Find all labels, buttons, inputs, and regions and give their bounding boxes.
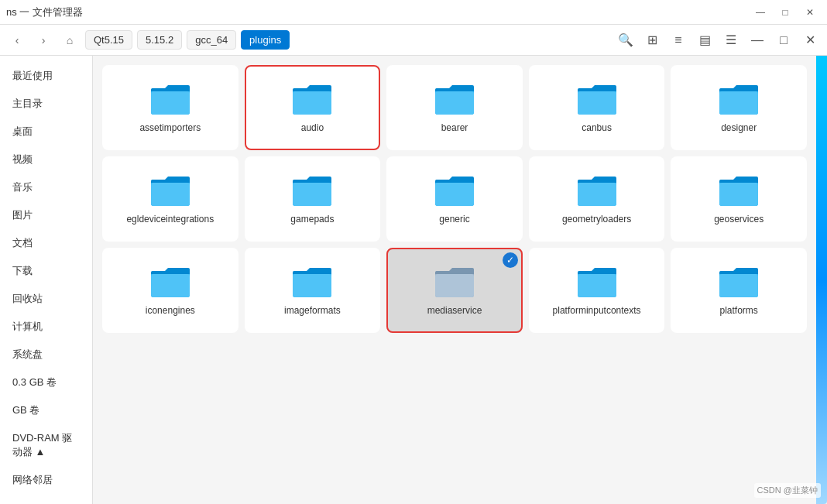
svg-rect-3	[293, 91, 331, 115]
scrollbar[interactable]	[816, 56, 827, 504]
folder-label: imageformats	[284, 305, 341, 317]
minimize-button[interactable]: —	[750, 4, 771, 21]
svg-rect-1	[151, 91, 190, 115]
folder-item-bearer[interactable]: bearer	[386, 65, 523, 150]
sidebar-item-network[interactable]: 网络邻居	[3, 467, 89, 493]
folder-label: bearer	[441, 122, 468, 135]
folder-item-platforminputcontexts[interactable]: platforminputcontexts	[529, 248, 665, 333]
folder-grid: assetimportersaudiobearercanbusdesignere…	[102, 65, 807, 333]
folder-item-designer[interactable]: designer	[671, 65, 807, 150]
content-area: assetimportersaudiobearercanbusdesignere…	[93, 56, 816, 504]
folder-icon	[149, 263, 191, 299]
folder-item-assetimporters[interactable]: assetimporters	[102, 65, 238, 150]
list-view-icon[interactable]: ≡	[667, 29, 689, 51]
svg-rect-27	[578, 274, 616, 297]
sidebar-item-music[interactable]: 音乐	[3, 174, 89, 201]
breadcrumb-qt515[interactable]: Qt5.15	[85, 30, 132, 50]
home-button[interactable]: ⌂	[59, 29, 81, 51]
sidebar-item-dvd[interactable]: DVD-RAM 驱动器 ▲	[3, 425, 89, 465]
folder-icon	[434, 81, 475, 116]
toolbar: ‹ › ⌂ Qt5.15 5.15.2 gcc_64 plugins 🔍 ⊞ ≡…	[0, 25, 827, 56]
folder-label: canbus	[582, 122, 612, 135]
svg-rect-13	[293, 183, 331, 206]
folder-icon	[434, 263, 475, 299]
folder-label: designer	[721, 122, 757, 135]
grid-view-icon[interactable]: ⊞	[641, 29, 663, 51]
forward-button[interactable]: ›	[33, 29, 54, 51]
title-bar: ns 一 文件管理器 — □ ✕	[0, 0, 827, 25]
svg-rect-17	[578, 183, 616, 206]
sidebar-item-sysdisk[interactable]: 系统盘	[3, 341, 89, 368]
svg-rect-9	[719, 91, 758, 115]
svg-rect-23	[293, 274, 331, 297]
sidebar-item-home[interactable]: 主目录	[3, 91, 89, 117]
folder-icon	[291, 81, 333, 116]
sidebar-item-video[interactable]: 视频	[3, 146, 89, 173]
folder-label: generic	[439, 214, 469, 226]
search-icon[interactable]: 🔍	[615, 29, 637, 51]
folder-item-mediaservice[interactable]: ✓mediaservice	[386, 248, 523, 333]
sidebar-item-docs[interactable]: 文档	[3, 230, 89, 256]
folder-icon	[576, 172, 618, 207]
window-controls: — □ ✕	[750, 4, 821, 21]
window-title: ns 一 文件管理器	[6, 5, 743, 19]
svg-rect-19	[719, 183, 758, 206]
toolbar-minimize-icon[interactable]: —	[746, 29, 768, 51]
breadcrumb-gcc64[interactable]: gcc_64	[187, 30, 236, 50]
detail-view-icon[interactable]: ▤	[694, 29, 715, 51]
maximize-button[interactable]: □	[774, 4, 796, 21]
sidebar-item-trash[interactable]: 回收站	[3, 286, 89, 312]
sidebar-item-vol03[interactable]: 0.3 GB 卷	[3, 369, 89, 396]
folder-item-gamepads[interactable]: gamepads	[245, 156, 381, 242]
breadcrumb-5152[interactable]: 5.15.2	[137, 30, 182, 50]
folder-icon	[718, 81, 760, 116]
svg-rect-29	[719, 274, 758, 297]
folder-icon	[291, 263, 333, 299]
folder-item-audio[interactable]: audio	[245, 65, 381, 150]
folder-icon	[576, 263, 618, 299]
folder-item-egldeviceintegrations[interactable]: egldeviceintegrations	[102, 156, 238, 242]
folder-icon	[576, 81, 618, 116]
svg-rect-25	[435, 274, 474, 297]
folder-item-platforms[interactable]: platforms	[671, 248, 807, 333]
folder-icon	[149, 172, 191, 207]
folder-label: geometryloaders	[562, 214, 631, 226]
folder-label: geoservices	[714, 214, 764, 226]
folder-icon	[434, 172, 475, 207]
sidebar-item-downloads[interactable]: 下载	[3, 258, 89, 284]
close-button[interactable]: ✕	[799, 4, 821, 21]
folder-item-generic[interactable]: generic	[386, 156, 523, 242]
folder-label: audio	[301, 122, 324, 135]
toolbar-close-icon[interactable]: ✕	[799, 29, 821, 51]
folder-label: iconengines	[146, 305, 195, 317]
sidebar-item-vol[interactable]: GB 卷	[3, 397, 89, 423]
breadcrumb-plugins[interactable]: plugins	[241, 30, 290, 50]
watermark: CSDN @韭菜钟	[754, 483, 821, 498]
sidebar-item-desktop[interactable]: 桌面	[3, 118, 89, 145]
folder-item-canbus[interactable]: canbus	[529, 65, 665, 150]
toolbar-maximize-icon[interactable]: □	[773, 29, 794, 51]
sidebar-item-recent[interactable]: 最近使用	[3, 63, 89, 89]
svg-rect-5	[435, 91, 474, 115]
folder-icon	[718, 263, 760, 299]
sidebar: 最近使用 主目录 桌面 视频 音乐 图片 文档 下载 回收站 计算机 系统盘 0…	[0, 56, 93, 504]
sidebar-item-pictures[interactable]: 图片	[3, 202, 89, 228]
back-button[interactable]: ‹	[6, 29, 28, 51]
folder-icon	[149, 81, 191, 116]
folder-label: egldeviceintegrations	[126, 214, 214, 226]
main-area: 最近使用 主目录 桌面 视频 音乐 图片 文档 下载 回收站 计算机 系统盘 0…	[0, 56, 827, 504]
folder-label: gamepads	[290, 214, 334, 226]
folder-item-geoservices[interactable]: geoservices	[671, 156, 807, 242]
menu-icon[interactable]: ☰	[720, 29, 742, 51]
folder-item-geometryloaders[interactable]: geometryloaders	[529, 156, 665, 242]
svg-rect-15	[435, 183, 474, 206]
svg-rect-11	[151, 183, 190, 206]
folder-item-imageformats[interactable]: imageformats	[245, 248, 381, 333]
folder-item-iconengines[interactable]: iconengines	[102, 248, 238, 333]
svg-rect-21	[151, 274, 190, 297]
folder-label: platforminputcontexts	[553, 305, 641, 317]
folder-label: platforms	[720, 305, 758, 317]
folder-label: assetimporters	[139, 122, 201, 135]
check-badge: ✓	[503, 252, 518, 268]
sidebar-item-computer[interactable]: 计算机	[3, 314, 89, 340]
